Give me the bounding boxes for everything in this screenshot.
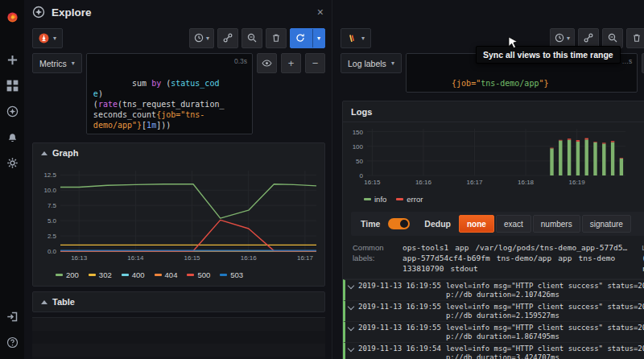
log-row[interactable]: 2019-11-13 16:19:54level=info msg="HTTP … bbox=[343, 342, 644, 359]
explore-compass-icon[interactable] bbox=[5, 104, 19, 118]
chevron-down-icon bbox=[348, 345, 354, 352]
query-token: ])) bbox=[156, 121, 171, 130]
logs-histogram-chart[interactable]: 05010015016:1516:1616:1716:1816:19 bbox=[346, 124, 630, 193]
time-toggle-label: Time bbox=[361, 219, 380, 229]
metrics-line-chart[interactable]: 0.02.55.07.510.012.516:1316:1416:1516:16… bbox=[36, 164, 323, 267]
bar-error bbox=[568, 138, 571, 139]
dashboards-icon[interactable] bbox=[5, 78, 19, 93]
magnifier-minus-icon bbox=[247, 33, 257, 43]
time-toggle[interactable] bbox=[388, 218, 410, 229]
svg-text:7.5: 7.5 bbox=[47, 202, 57, 209]
dedup-options: noneexactnumberssignature bbox=[459, 215, 631, 233]
legend-item-info[interactable]: info bbox=[364, 195, 386, 204]
log-timestamp: 2019-11-13 16:19:55 bbox=[358, 282, 441, 299]
log-line-2: p://db duration=1.867495ms bbox=[446, 332, 644, 341]
clear-all-button[interactable] bbox=[626, 28, 644, 48]
log-labels-dropdown[interactable]: Log labels ▾ bbox=[341, 53, 402, 73]
query-timing: 0.3s bbox=[234, 56, 247, 67]
legend-item-error[interactable]: error bbox=[396, 195, 423, 204]
common-labels-line: 133810790stdout bbox=[402, 263, 634, 274]
datasource-picker-prometheus[interactable]: ▾ bbox=[32, 28, 63, 48]
common-label-value: ops-tools1 bbox=[402, 243, 448, 252]
datasource-picker-loki[interactable]: ▾ bbox=[341, 28, 371, 48]
add-query-button[interactable]: + bbox=[281, 53, 301, 73]
explore-pane-left: Explore × ▾ ▾ bbox=[24, 0, 332, 359]
time-picker-button[interactable]: ▾ bbox=[550, 28, 575, 48]
query-token: "} bbox=[539, 79, 548, 88]
bar-info bbox=[593, 142, 597, 175]
common-label-value: app bbox=[455, 243, 469, 252]
refresh-icon[interactable] bbox=[291, 29, 310, 47]
graph-panel-header[interactable]: Graph bbox=[33, 143, 324, 163]
common-labels-line: ops-tools1app/var/log/pods/tns-demo_app-… bbox=[402, 242, 634, 253]
grafana-logo-icon[interactable] bbox=[5, 10, 19, 24]
log-rows-list: 2019-11-13 16:19:55level=info msg="HTTP … bbox=[343, 279, 644, 359]
query-token: ) bbox=[98, 89, 103, 98]
zoom-out-button[interactable] bbox=[602, 28, 623, 48]
legend-item-200[interactable]: 200 bbox=[56, 270, 79, 279]
close-left-pane-button[interactable]: × bbox=[317, 6, 324, 18]
common-label-value: 133810790 bbox=[402, 264, 444, 273]
collapse-triangle-icon bbox=[41, 300, 47, 304]
legend-swatch bbox=[220, 274, 227, 276]
time-picker-button[interactable]: ▾ bbox=[189, 28, 214, 48]
dedup-option-none[interactable]: none bbox=[459, 215, 494, 233]
zoom-out-button[interactable] bbox=[242, 28, 262, 48]
svg-text:0.0: 0.0 bbox=[47, 248, 57, 255]
legend-label: 200 bbox=[66, 270, 79, 279]
promql-query-input[interactable]: sum by (status_code) (rate(tns_request_d… bbox=[86, 53, 253, 134]
legend-label: 302 bbox=[99, 270, 112, 279]
dedup-option-numbers[interactable]: numbers bbox=[533, 215, 580, 233]
bar-error bbox=[593, 142, 597, 142]
legend-swatch bbox=[187, 274, 194, 276]
explore-pane-right: × ▾ ▾ bbox=[332, 0, 644, 359]
query-token: sum bbox=[132, 79, 151, 88]
bar-info bbox=[568, 140, 571, 175]
disable-query-button[interactable] bbox=[257, 53, 277, 73]
dedup-option-signature[interactable]: signature bbox=[582, 215, 631, 233]
legend-item-404[interactable]: 404 bbox=[155, 270, 178, 279]
common-labels-line: app-577d54cf4-b69fmtns-demo/appapptns-de… bbox=[402, 253, 634, 263]
log-row[interactable]: 2019-11-13 16:19:55level=info msg="HTTP … bbox=[343, 321, 644, 342]
sync-timeranges-button[interactable] bbox=[578, 28, 599, 48]
log-row[interactable]: 2019-11-13 16:19:55level=info msg="HTTP … bbox=[343, 300, 644, 321]
query-token: 1m bbox=[147, 121, 156, 130]
sign-in-icon[interactable] bbox=[5, 309, 19, 324]
table-panel-header[interactable]: Table bbox=[33, 292, 324, 312]
explore-icon bbox=[32, 6, 45, 19]
help-icon[interactable] bbox=[5, 335, 19, 349]
refresh-interval-dropdown[interactable]: ▾ bbox=[312, 29, 324, 47]
legend-item-400[interactable]: 400 bbox=[122, 270, 145, 279]
clear-all-button[interactable] bbox=[266, 28, 287, 48]
metrics-dropdown[interactable]: Metrics ▾ bbox=[32, 53, 82, 73]
legend-item-500[interactable]: 500 bbox=[187, 270, 210, 279]
right-pane-header: × bbox=[332, 0, 644, 24]
common-label-value: app-577d54cf4-b69fm bbox=[402, 254, 490, 262]
log-message: level=info msg="HTTP client success" sta… bbox=[446, 303, 644, 320]
legend-swatch bbox=[89, 274, 96, 276]
sidebar bbox=[0, 0, 24, 359]
run-query-button[interactable]: ▾ bbox=[290, 28, 325, 48]
sync-timeranges-button[interactable] bbox=[217, 28, 238, 48]
dedup-option-exact[interactable]: exact bbox=[496, 215, 531, 233]
mouse-cursor bbox=[508, 37, 518, 50]
settings-gear-icon[interactable] bbox=[5, 155, 19, 170]
svg-text:16:17: 16:17 bbox=[297, 254, 314, 262]
log-line-2: p://db duration=3.424707ms bbox=[446, 353, 644, 359]
legend-item-503[interactable]: 503 bbox=[220, 270, 243, 279]
svg-text:10.0: 10.0 bbox=[43, 187, 56, 194]
graph-panel: Graph 0.02.55.07.510.012.516:1316:1416:1… bbox=[32, 142, 325, 287]
log-row[interactable]: 2019-11-13 16:19:55level=info msg="HTTP … bbox=[343, 279, 644, 300]
svg-text:100: 100 bbox=[353, 143, 364, 151]
svg-text:16:16: 16:16 bbox=[241, 254, 258, 262]
legend-swatch bbox=[155, 274, 162, 276]
legend-swatch bbox=[122, 274, 129, 276]
new-plus-icon[interactable] bbox=[5, 52, 19, 67]
svg-text:2.5: 2.5 bbox=[47, 233, 57, 240]
legend-item-302[interactable]: 302 bbox=[89, 270, 112, 279]
remove-query-button[interactable]: − bbox=[305, 53, 325, 73]
bar-error bbox=[559, 140, 562, 141]
alerting-bell-icon[interactable] bbox=[5, 130, 19, 144]
prometheus-icon bbox=[39, 33, 49, 43]
common-labels-key: Common labels: bbox=[353, 242, 394, 274]
